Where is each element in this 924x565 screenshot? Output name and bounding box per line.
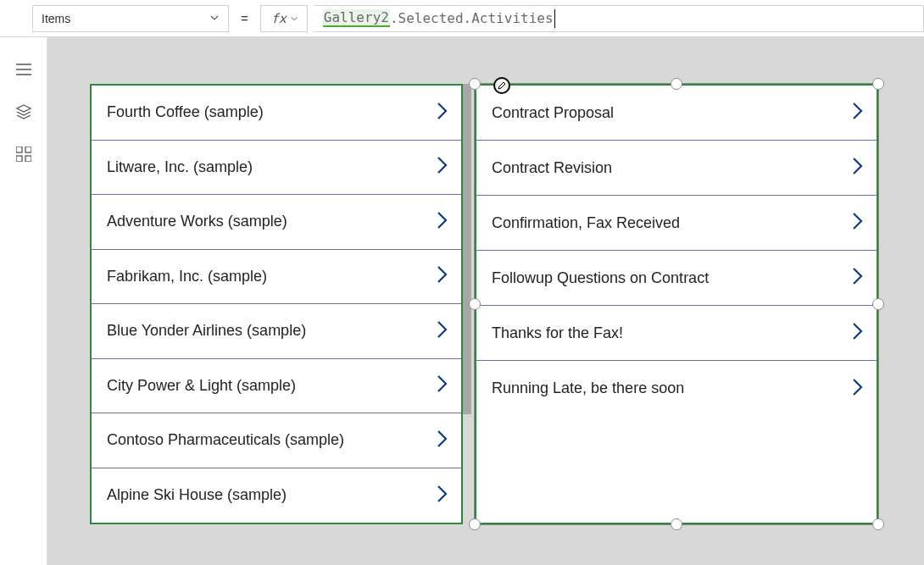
main-area: Fourth Coffee (sample) Litware, Inc. (sa… [0, 37, 924, 565]
left-rail [0, 37, 47, 565]
svg-rect-5 [16, 156, 22, 162]
list-item[interactable]: Blue Yonder Airlines (sample) [92, 304, 461, 359]
list-item[interactable]: Followup Questions on Contract [476, 251, 877, 306]
gallery-accounts[interactable]: Fourth Coffee (sample) Litware, Inc. (sa… [90, 84, 463, 524]
chevron-right-icon[interactable] [851, 100, 865, 125]
chevron-right-icon[interactable] [436, 428, 449, 453]
chevron-right-icon[interactable] [851, 210, 865, 235]
formula-bar: Items = fx Gallery2.Selected.Activities [0, 0, 924, 37]
list-item-label: Confirmation, Fax Received [492, 214, 680, 232]
list-item[interactable]: Contract Proposal [476, 86, 877, 141]
gallery-activities[interactable]: Contract Proposal Contract Revision Conf… [475, 84, 878, 524]
chevron-right-icon[interactable] [436, 319, 449, 344]
text-cursor [554, 9, 555, 28]
chevron-right-icon[interactable] [436, 209, 449, 235]
chevron-right-icon[interactable] [436, 154, 449, 180]
svg-rect-4 [25, 147, 31, 152]
list-item-label: Blue Yonder Airlines (sample) [107, 322, 306, 340]
pencil-icon [498, 81, 506, 90]
list-item[interactable]: Litware, Inc. (sample) [92, 141, 461, 196]
list-item[interactable]: Fabrikam, Inc. (sample) [92, 250, 461, 305]
list-item[interactable]: Alpine Ski House (sample) [92, 468, 461, 523]
property-dropdown[interactable]: Items [32, 5, 229, 32]
list-item-label: Thanks for the Fax! [492, 324, 623, 342]
chevron-right-icon[interactable] [436, 483, 449, 508]
list-item[interactable]: Contoso Pharmaceuticals (sample) [92, 413, 461, 468]
list-item-label: Fourth Coffee (sample) [107, 103, 264, 121]
list-item-label: Contoso Pharmaceuticals (sample) [107, 431, 344, 449]
list-item-label: City Power & Light (sample) [107, 377, 296, 395]
list-item-label: Followup Questions on Contract [492, 269, 709, 287]
svg-rect-3 [16, 147, 22, 152]
list-item[interactable]: Fourth Coffee (sample) [92, 86, 461, 141]
list-item-label: Fabrikam, Inc. (sample) [107, 268, 267, 285]
formula-token-rest: .Selected.Activities [390, 10, 554, 26]
svg-rect-6 [25, 156, 31, 162]
scrollbar[interactable] [463, 84, 471, 414]
chevron-right-icon[interactable] [436, 100, 449, 125]
list-item[interactable]: City Power & Light (sample) [92, 359, 461, 414]
layers-icon[interactable] [15, 103, 32, 120]
chevron-right-icon[interactable] [436, 263, 449, 289]
formula-input[interactable]: Gallery2.Selected.Activities [314, 5, 924, 32]
galleries-container: Fourth Coffee (sample) Litware, Inc. (sa… [90, 84, 878, 524]
edit-template-button[interactable] [493, 77, 510, 94]
list-item[interactable]: Adventure Works (sample) [92, 195, 461, 250]
chevron-right-icon[interactable] [851, 320, 865, 346]
list-item-label: Running Late, be there soon [492, 379, 684, 397]
canvas[interactable]: Fourth Coffee (sample) Litware, Inc. (sa… [47, 37, 924, 565]
hamburger-icon[interactable] [15, 61, 32, 78]
fx-label: fx [271, 11, 287, 26]
list-item[interactable]: Confirmation, Fax Received [476, 196, 877, 251]
chevron-right-icon[interactable] [851, 376, 865, 402]
formula-token-gallery: Gallery2 [323, 9, 390, 27]
property-label: Items [42, 12, 70, 25]
list-item-label: Litware, Inc. (sample) [107, 158, 253, 176]
chevron-down-icon [209, 12, 220, 25]
list-item-label: Adventure Works (sample) [107, 213, 287, 230]
list-item[interactable]: Running Late, be there soon [476, 361, 877, 416]
list-item[interactable]: Thanks for the Fax! [476, 306, 877, 361]
chevron-right-icon[interactable] [851, 155, 865, 180]
chevron-down-icon [290, 11, 298, 26]
equals-sign: = [236, 11, 253, 25]
chevron-right-icon[interactable] [851, 265, 865, 291]
list-item-label: Contract Proposal [492, 104, 614, 122]
list-item-label: Alpine Ski House (sample) [107, 486, 287, 504]
fx-button[interactable]: fx [260, 5, 308, 32]
list-item[interactable]: Contract Revision [476, 141, 877, 196]
grid-icon[interactable] [15, 146, 32, 163]
chevron-right-icon[interactable] [436, 373, 449, 398]
list-item-label: Contract Revision [492, 159, 612, 177]
